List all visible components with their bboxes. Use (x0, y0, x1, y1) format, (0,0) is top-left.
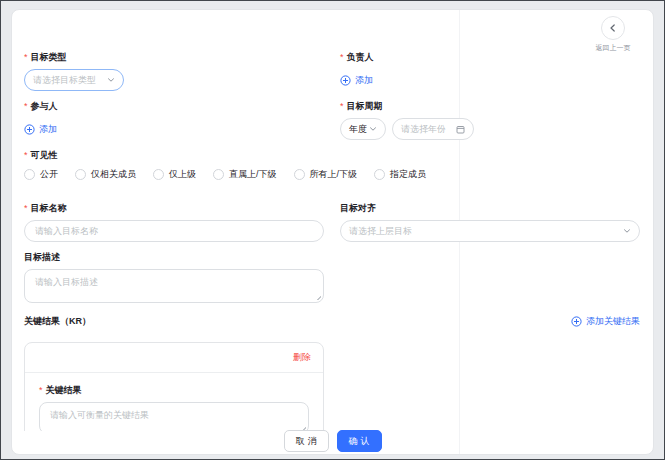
cycle-period-value: 年度 (349, 123, 367, 136)
owner-add-button[interactable]: 添加 (340, 74, 373, 87)
back-control: 返回上一页 (589, 16, 637, 53)
visibility-option-specified-members[interactable]: 指定成员 (374, 168, 426, 181)
cycle-year-picker[interactable]: 请选择年份 (392, 118, 474, 140)
back-label: 返回上一页 (596, 43, 631, 53)
visibility-option-all-up-down[interactable]: 所有上/下级 (294, 168, 358, 181)
radio-icon[interactable] (75, 169, 86, 180)
cycle-period-select[interactable]: 年度 (340, 118, 386, 140)
kr-card-body: * 关键结果 (25, 373, 323, 431)
field-participants: * 参与人 添加 (24, 101, 324, 140)
kr-card-toolbar: 删除 (25, 343, 323, 373)
goal-name-label: * 目标名称 (24, 203, 324, 213)
cancel-button[interactable]: 取消 (284, 430, 329, 452)
field-goal-align: 目标对齐 请选择上层目标 (340, 203, 640, 242)
goal-type-label: * 目标类型 (24, 52, 324, 62)
chevron-down-icon (369, 125, 377, 133)
cycle-year-placeholder: 请选择年份 (401, 123, 446, 136)
goal-name-input[interactable] (24, 220, 324, 242)
field-goal-cycle: * 目标周期 年度 请选择年份 (340, 101, 640, 140)
form-panel: 返回上一页 * 目标类型 请选择目标类型 * 负责人 (11, 9, 654, 455)
circle-plus-icon (571, 316, 582, 327)
visibility-options: 公开 仅相关成员 仅上级 直属上/下级 所有上/下级 (24, 168, 641, 181)
confirm-button[interactable]: 确认 (337, 430, 382, 452)
goal-desc-label: 目标描述 (24, 252, 641, 262)
required-asterisk: * (24, 203, 28, 213)
participants-add-label: 添加 (39, 123, 57, 136)
visibility-option-related-members[interactable]: 仅相关成员 (75, 168, 136, 181)
back-button[interactable] (601, 16, 625, 40)
circle-plus-icon (24, 124, 35, 135)
visibility-option-direct-up-down[interactable]: 直属上/下级 (213, 168, 277, 181)
required-asterisk: * (340, 101, 344, 111)
footer-actions: 取消 确认 (12, 429, 653, 453)
field-goal-desc: 目标描述 (24, 252, 641, 303)
screen: { "back": { "label": "返回上一页" }, "form": … (0, 0, 665, 460)
radio-icon[interactable] (153, 169, 164, 180)
kr-label: * 关键结果 (39, 385, 309, 395)
required-asterisk: * (24, 150, 28, 160)
required-asterisk: * (340, 52, 344, 62)
chevron-down-icon (623, 227, 631, 235)
radio-icon[interactable] (374, 169, 385, 180)
add-kr-button[interactable]: 添加关键结果 (571, 315, 640, 328)
field-owner: * 负责人 添加 (340, 52, 640, 91)
kr-section-label: 关键结果（KR） (24, 315, 91, 328)
goal-align-placeholder: 请选择上层目标 (349, 225, 412, 238)
participants-add-button[interactable]: 添加 (24, 123, 57, 136)
owner-add-label: 添加 (355, 74, 373, 87)
owner-label: * 负责人 (340, 52, 640, 62)
kr-card: 删除 * 关键结果 (24, 342, 324, 431)
goal-cycle-label: * 目标周期 (340, 101, 640, 111)
goal-type-placeholder: 请选择目标类型 (33, 74, 96, 87)
kr-delete-button[interactable]: 删除 (293, 351, 311, 364)
chevron-left-icon (608, 23, 618, 33)
visibility-option-public[interactable]: 公开 (24, 168, 58, 181)
kr-section-header: 关键结果（KR） 添加关键结果 (24, 315, 640, 328)
goal-desc-textarea[interactable] (24, 269, 324, 303)
goal-align-label: 目标对齐 (340, 203, 640, 213)
field-goal-type: * 目标类型 请选择目标类型 (24, 52, 324, 91)
form-content: * 目标类型 请选择目标类型 * 负责人 添加 (12, 10, 653, 431)
radio-icon[interactable] (294, 169, 305, 180)
field-goal-name: * 目标名称 (24, 203, 324, 242)
goal-type-select[interactable]: 请选择目标类型 (24, 69, 124, 91)
required-asterisk: * (24, 52, 28, 62)
field-visibility: * 可见性 公开 仅相关成员 仅上级 直属上/下级 (24, 150, 641, 181)
participants-label: * 参与人 (24, 101, 324, 111)
visibility-label: * 可见性 (24, 150, 641, 160)
chevron-down-icon (107, 76, 115, 84)
radio-icon[interactable] (213, 169, 224, 180)
circle-plus-icon (340, 75, 351, 86)
required-asterisk: * (24, 101, 28, 111)
add-kr-label: 添加关键结果 (586, 315, 640, 328)
calendar-icon (456, 125, 465, 134)
radio-icon[interactable] (24, 169, 35, 180)
visibility-option-superiors-only[interactable]: 仅上级 (153, 168, 196, 181)
required-asterisk: * (39, 385, 43, 395)
goal-align-select[interactable]: 请选择上层目标 (340, 220, 640, 242)
kr-textarea[interactable] (39, 402, 309, 431)
